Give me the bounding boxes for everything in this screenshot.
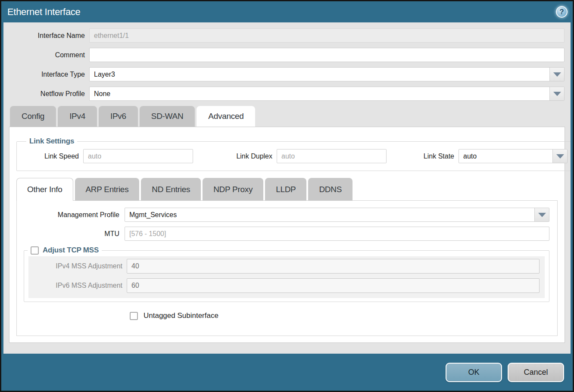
advanced-tab-panel: Link Settings Link Speed Link Duplex Lin… <box>9 127 565 343</box>
info-tabstrip: Other Info ARP Entries ND Entries NDP Pr… <box>16 178 558 201</box>
chevron-down-icon <box>553 92 561 96</box>
ethernet-interface-dialog: Ethernet Interface ? Interface Name Comm… <box>0 0 574 392</box>
link-state-select[interactable]: auto <box>459 149 568 163</box>
dialog-body: Interface Name Comment Interface Type La… <box>3 22 571 354</box>
interface-type-select[interactable]: Layer3 <box>89 67 565 81</box>
tab-ndp-proxy[interactable]: NDP Proxy <box>203 178 263 201</box>
link-duplex-input[interactable] <box>277 149 387 163</box>
netflow-profile-select[interactable]: None <box>89 87 565 101</box>
tab-ipv6[interactable]: IPv6 <box>99 106 138 127</box>
untagged-subinterface-label: Untagged Subinterface <box>144 311 218 320</box>
adjust-tcp-mss-label: Adjust TCP MSS <box>43 246 99 255</box>
untagged-subinterface-checkbox[interactable] <box>130 312 138 320</box>
tab-arp-entries[interactable]: ARP Entries <box>75 178 140 201</box>
link-settings-fieldset: Link Settings Link Speed Link Duplex Lin… <box>16 137 571 171</box>
mtu-label: MTU <box>17 230 125 238</box>
dialog-title: Ethernet Interface <box>7 6 80 18</box>
netflow-profile-dropdown-trigger[interactable] <box>549 87 564 100</box>
interface-name-input <box>89 28 565 43</box>
management-profile-row: Management Profile Mgmt_Services <box>17 208 549 222</box>
comment-row: Comment <box>9 48 565 62</box>
tab-other-info[interactable]: Other Info <box>16 178 73 201</box>
dialog-titlebar: Ethernet Interface ? <box>1 1 573 22</box>
interface-type-row: Interface Type Layer3 <box>9 67 565 81</box>
main-tabstrip: Config IPv4 IPv6 SD-WAN Advanced <box>3 106 571 127</box>
dialog-footer: OK Cancel <box>1 354 573 391</box>
management-profile-label: Management Profile <box>17 211 125 219</box>
link-duplex-label: Link Duplex <box>212 152 277 160</box>
netflow-profile-value: None <box>90 87 549 100</box>
link-settings-legend: Link Settings <box>26 137 77 146</box>
comment-label: Comment <box>9 51 89 59</box>
link-speed-input[interactable] <box>83 149 193 163</box>
tab-advanced[interactable]: Advanced <box>197 106 255 127</box>
ipv6-mss-label: IPv6 MSS Adjustment <box>28 282 127 289</box>
top-form: Interface Name Comment Interface Type La… <box>3 28 571 101</box>
chevron-down-icon <box>553 72 561 77</box>
interface-type-dropdown-trigger[interactable] <box>549 68 564 81</box>
tab-lldp[interactable]: LLDP <box>265 178 306 201</box>
ipv4-mss-input <box>127 259 540 274</box>
adjust-tcp-mss-legend: Adjust TCP MSS <box>28 246 102 255</box>
adjust-tcp-mss-fieldset: Adjust TCP MSS IPv4 MSS Adjustment IPv6 … <box>24 246 549 302</box>
mtu-input[interactable] <box>125 227 549 241</box>
chevron-down-icon <box>538 213 546 217</box>
ipv6-mss-input <box>127 278 540 293</box>
netflow-profile-row: Netflow Profile None <box>9 87 565 101</box>
interface-name-row: Interface Name <box>9 28 565 43</box>
tab-ipv4[interactable]: IPv4 <box>58 106 97 127</box>
adjust-tcp-mss-checkbox[interactable] <box>31 246 39 255</box>
mtu-row: MTU <box>17 227 549 241</box>
chevron-down-icon <box>556 154 564 159</box>
link-state-dropdown-trigger[interactable] <box>552 149 567 163</box>
link-state-label: Link State <box>413 152 459 160</box>
interface-type-value: Layer3 <box>90 68 549 81</box>
tab-sdwan[interactable]: SD-WAN <box>140 106 195 127</box>
mss-disabled-panel: IPv4 MSS Adjustment IPv6 MSS Adjustment <box>28 256 545 298</box>
netflow-profile-label: Netflow Profile <box>9 90 89 98</box>
help-icon[interactable]: ? <box>556 6 568 18</box>
cancel-button[interactable]: Cancel <box>508 363 564 382</box>
management-profile-value: Mgmt_Services <box>125 208 534 221</box>
link-state-value: auto <box>459 149 552 163</box>
tab-ddns[interactable]: DDNS <box>308 178 353 201</box>
untagged-subinterface-row: Untagged Subinterface <box>130 311 549 320</box>
link-speed-label: Link Speed <box>23 152 83 160</box>
ipv4-mss-label: IPv4 MSS Adjustment <box>28 262 127 270</box>
comment-input[interactable] <box>89 48 565 62</box>
ok-button[interactable]: OK <box>446 363 502 382</box>
interface-name-label: Interface Name <box>9 32 89 40</box>
management-profile-dropdown-trigger[interactable] <box>534 208 549 221</box>
ipv6-mss-row: IPv6 MSS Adjustment <box>28 278 545 293</box>
interface-type-label: Interface Type <box>9 71 89 78</box>
tab-nd-entries[interactable]: ND Entries <box>141 178 201 201</box>
tab-config[interactable]: Config <box>10 106 56 127</box>
other-info-panel: Management Profile Mgmt_Services MTU <box>16 200 558 336</box>
management-profile-select[interactable]: Mgmt_Services <box>125 208 549 222</box>
ipv4-mss-row: IPv4 MSS Adjustment <box>28 259 545 274</box>
